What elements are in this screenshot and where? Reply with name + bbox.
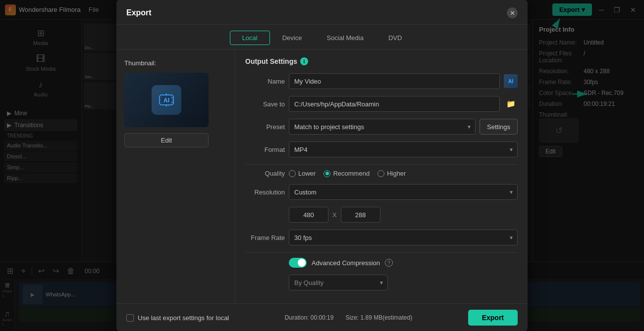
- tab-social-media[interactable]: Social Media: [314, 31, 376, 45]
- name-input[interactable]: [289, 73, 500, 89]
- frame-rate-row: Frame Rate 30 fps ▼: [245, 230, 518, 245]
- by-quality-select[interactable]: By Quality: [289, 275, 388, 290]
- dialog-body: Thumbnail: AI: [116, 49, 528, 303]
- quality-recommend-label: Recommend: [333, 170, 370, 177]
- quality-higher-label: Higher: [387, 170, 406, 177]
- frame-rate-select-wrapper: 30 fps ▼: [289, 230, 518, 245]
- last-settings-label: Use last export settings for local: [138, 314, 229, 322]
- ai-logo-thumb: AI: [152, 85, 181, 115]
- form-divider: [245, 164, 518, 165]
- output-info-icon[interactable]: i: [300, 57, 308, 65]
- resolution-select[interactable]: Custom: [289, 184, 518, 200]
- output-section: Output Settings i Name AI Save to 📁: [235, 49, 528, 303]
- thumbnail-image: AI: [124, 73, 209, 127]
- resolution-x-separator: X: [332, 211, 337, 219]
- tab-dvd[interactable]: DVD: [376, 31, 414, 45]
- name-row: Name AI: [245, 73, 518, 89]
- thumbnail-inner: AI: [124, 73, 209, 127]
- tab-device[interactable]: Device: [270, 31, 315, 45]
- dialog-tabs: Local Device Social Media DVD: [116, 25, 528, 49]
- radio-lower-circle: [289, 170, 296, 177]
- thumbnail-section: Thumbnail: AI: [116, 49, 235, 303]
- settings-button[interactable]: Settings: [480, 119, 518, 135]
- radio-recommend-dot: [325, 172, 329, 175]
- export-dialog: Export ✕ Local Device Social Media DVD T…: [116, 0, 528, 331]
- duration-label: Duration: 00:00:19: [285, 314, 334, 321]
- preset-row: Preset Match to project settings ▼ Setti…: [245, 119, 518, 135]
- svg-text:AI: AI: [163, 97, 169, 104]
- dialog-overlay: Export ✕ Local Device Social Media DVD T…: [0, 0, 644, 331]
- advanced-compression-help-icon[interactable]: ?: [385, 259, 393, 267]
- advanced-compression-toggle[interactable]: [289, 258, 307, 268]
- export-final-button[interactable]: Export: [468, 310, 518, 326]
- frame-rate-label: Frame Rate: [245, 234, 285, 241]
- format-select-wrapper: MP4 ▼: [289, 142, 518, 157]
- save-to-row: Save to 📁: [245, 96, 518, 112]
- by-quality-row: By Quality ▼: [245, 275, 518, 290]
- quality-higher[interactable]: Higher: [377, 170, 406, 177]
- folder-icon[interactable]: 📁: [504, 97, 518, 111]
- thumbnail-section-label: Thumbnail:: [124, 59, 227, 67]
- advanced-compression-row: Advanced Compression ?: [245, 258, 518, 268]
- footer-center: Duration: 00:00:19 Size: 1.89 MB(estimat…: [285, 314, 412, 321]
- toggle-knob: [298, 259, 306, 267]
- preset-select-wrapper: Match to project settings ▼: [289, 119, 476, 135]
- name-label: Name: [245, 78, 285, 85]
- radio-recommend-circle: [323, 170, 330, 177]
- resolution-row: Resolution Custom ▼: [245, 184, 518, 200]
- resolution-inputs: X: [245, 207, 518, 223]
- resolution-width-input[interactable]: [289, 207, 328, 223]
- ai-icon: AI: [508, 79, 513, 84]
- resolution-select-wrapper: Custom ▼: [289, 184, 518, 200]
- quality-recommend[interactable]: Recommend: [323, 170, 370, 177]
- resolution-label: Resolution: [245, 189, 285, 196]
- format-row: Format MP4 ▼: [245, 142, 518, 157]
- frame-rate-select[interactable]: 30 fps: [289, 230, 518, 245]
- preset-select[interactable]: Match to project settings: [289, 119, 476, 135]
- preset-label: Preset: [245, 123, 285, 131]
- output-settings-header: Output Settings i: [245, 57, 518, 65]
- tab-local[interactable]: Local: [230, 31, 270, 45]
- by-quality-select-wrapper: By Quality ▼: [289, 275, 388, 290]
- dialog-header: Export ✕: [116, 0, 528, 25]
- save-to-input[interactable]: [289, 96, 500, 112]
- quality-radio-group: Lower Recommend Higher: [289, 170, 406, 177]
- dialog-title: Export: [126, 8, 152, 17]
- quality-lower-label: Lower: [298, 170, 316, 177]
- ai-button[interactable]: AI: [504, 74, 518, 88]
- edit-thumbnail-dialog-button[interactable]: Edit: [124, 133, 209, 147]
- last-settings-checkbox[interactable]: [126, 314, 134, 322]
- quality-lower[interactable]: Lower: [289, 170, 316, 177]
- output-settings-label: Output Settings: [245, 57, 297, 65]
- format-label: Format: [245, 146, 285, 153]
- save-to-label: Save to: [245, 100, 285, 108]
- form-divider-2: [245, 252, 518, 253]
- format-select[interactable]: MP4: [289, 142, 518, 157]
- quality-label: Quality: [245, 170, 285, 177]
- resolution-height-input[interactable]: [341, 207, 380, 223]
- radio-higher-circle: [377, 170, 384, 177]
- dialog-close-button[interactable]: ✕: [507, 7, 518, 18]
- footer-left: Use last export settings for local: [126, 314, 229, 322]
- advanced-compression-label: Advanced Compression: [312, 259, 380, 267]
- size-label: Size: 1.89 MB(estimated): [345, 314, 412, 321]
- quality-row: Quality Lower Recommend: [245, 170, 518, 177]
- dialog-footer: Use last export settings for local Durat…: [116, 303, 528, 331]
